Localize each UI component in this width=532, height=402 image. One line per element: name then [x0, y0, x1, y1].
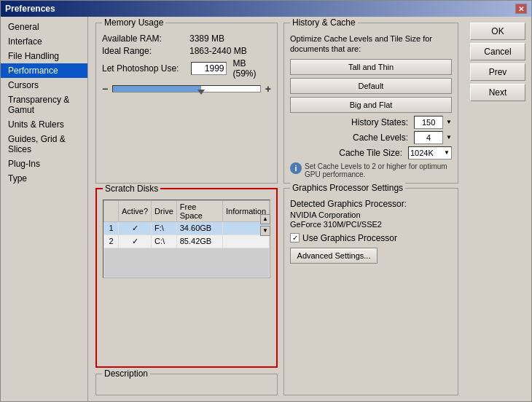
bottom-row: Scratch Disks Active? Drive — [95, 188, 458, 395]
graphics-model: GeForce 310M/PCI/SSE2 — [290, 220, 452, 229]
history-states-label: History States: — [290, 117, 411, 127]
let-ps-input[interactable]: 1999 — [191, 62, 227, 75]
use-gpu-label: Use Graphics Processor — [302, 233, 397, 243]
memory-slider-row: − + — [102, 83, 271, 95]
sidebar-item-file-handling[interactable]: File Handling — [1, 49, 87, 63]
ideal-range-label: Ideal Range: — [102, 46, 189, 56]
advanced-settings-button[interactable]: Advanced Settings... — [290, 248, 378, 264]
memory-section: Memory Usage Available RAM: 3389 MB Idea… — [95, 23, 278, 184]
col-free-space: Free Space — [176, 200, 222, 221]
tall-thin-button[interactable]: Tall and Thin — [290, 59, 452, 75]
row-num-1: 1 — [104, 221, 119, 234]
sidebar-item-plugins[interactable]: Plug-Ins — [1, 157, 87, 171]
history-preset-buttons: Tall and Thin — [290, 59, 452, 75]
row-freespace-1: 34.60GB — [176, 221, 222, 234]
history-section: History & Cache Optimize Cache Levels an… — [283, 23, 458, 184]
let-ps-label: Let Photoshop Use: — [102, 63, 188, 74]
preferences-window: Preferences ✕ General Interface File Han… — [0, 0, 532, 402]
use-gpu-row: ✓ Use Graphics Processor — [290, 233, 452, 243]
slider-fill — [113, 86, 201, 92]
graphics-vendor: NVIDIA Corporation — [290, 210, 452, 219]
top-row: Memory Usage Available RAM: 3389 MB Idea… — [95, 23, 458, 184]
row-freespace-2: 85.42GB — [176, 234, 222, 248]
sidebar-item-interface[interactable]: Interface — [1, 34, 87, 49]
sidebar-item-performance[interactable]: Performance — [1, 63, 87, 78]
cache-tile-row: Cache Tile Size: 1024K ▼ — [290, 146, 452, 159]
checkmark-1: ✓ — [132, 224, 138, 232]
scroll-down-button[interactable]: ▼ — [260, 226, 270, 236]
main-content: Memory Usage Available RAM: 3389 MB Idea… — [88, 17, 466, 401]
history-default-buttons: Default — [290, 78, 452, 94]
memory-slider[interactable] — [112, 85, 261, 92]
available-ram-label: Available RAM: — [102, 34, 189, 44]
scroll-buttons: ▲ ▼ — [260, 214, 270, 236]
info-row: i Set Cache Levels to 2 or higher for op… — [290, 162, 452, 178]
sidebar-item-general[interactable]: General — [1, 20, 87, 34]
ok-button[interactable]: OK — [470, 23, 525, 40]
cache-tile-dropdown[interactable]: 1024K ▼ — [408, 146, 452, 159]
slider-thumb — [197, 90, 205, 95]
scroll-up-button[interactable]: ▲ — [260, 214, 270, 224]
info-icon: i — [290, 162, 302, 174]
content-area: General Interface File Handling Performa… — [1, 17, 531, 401]
graphics-section-title: Graphics Processor Settings — [290, 183, 405, 193]
cache-tile-value: 1024K — [410, 149, 434, 157]
title-bar-buttons: ✕ — [515, 4, 527, 14]
row-active-2[interactable]: ✓ — [119, 234, 152, 248]
slider-plus[interactable]: + — [265, 83, 271, 95]
buttons-panel: OK Cancel Prev Next — [466, 17, 531, 401]
sidebar: General Interface File Handling Performa… — [1, 17, 88, 401]
sidebar-item-transparency[interactable]: Transparency & Gamut — [1, 92, 87, 117]
row-drive-2: C:\ — [152, 234, 177, 248]
graphics-section: Graphics Processor Settings Detected Gra… — [283, 188, 458, 395]
table-row[interactable]: 1 ✓ F:\ 34.60GB — [104, 221, 270, 234]
table-row[interactable]: 2 ✓ C:\ 85.42GB — [104, 234, 270, 248]
scratch-table: Active? Drive Free Space Information — [103, 200, 270, 277]
ideal-range-value: 1863-2440 MB — [189, 46, 247, 56]
sidebar-item-guides[interactable]: Guides, Grid & Slices — [1, 132, 87, 157]
detected-label: Detected Graphics Processor: — [290, 199, 452, 209]
row-drive-1: F:\ — [152, 221, 177, 234]
col-num — [104, 200, 119, 221]
use-gpu-checkbox[interactable]: ✓ — [290, 233, 300, 243]
checkmark-2: ✓ — [132, 237, 138, 245]
scratch-section: Scratch Disks Active? Drive — [95, 188, 278, 368]
row-num-2: 2 — [104, 234, 119, 248]
close-button[interactable]: ✕ — [515, 4, 527, 14]
description-section-title: Description — [102, 368, 150, 379]
history-states-value[interactable]: 150 — [414, 116, 443, 129]
title-bar: Preferences ✕ — [1, 1, 531, 17]
history-bigflat-buttons: Big and Flat — [290, 97, 452, 113]
window-title: Preferences — [5, 4, 55, 14]
slider-minus[interactable]: − — [102, 83, 108, 95]
big-flat-button[interactable]: Big and Flat — [290, 97, 452, 113]
sidebar-item-cursors[interactable]: Cursors — [1, 78, 87, 92]
row-active-1[interactable]: ✓ — [119, 221, 152, 234]
sidebar-item-type[interactable]: Type — [1, 171, 87, 186]
history-fields: History States: 150 ▼ Cache Levels: 4 ▼ … — [290, 116, 452, 159]
memory-section-title: Memory Usage — [102, 17, 165, 28]
cache-tile-label: Cache Tile Size: — [290, 148, 405, 158]
scratch-table-container: Active? Drive Free Space Information — [103, 200, 270, 278]
col-active: Active? — [119, 200, 152, 221]
cache-tile-arrow: ▼ — [444, 149, 450, 156]
cache-levels-arrow[interactable]: ▼ — [446, 134, 452, 141]
next-button[interactable]: Next — [470, 84, 525, 101]
cache-levels-value[interactable]: 4 — [414, 131, 443, 144]
history-description: Optimize Cache Levels and Tile Size for … — [290, 34, 452, 55]
sidebar-item-units[interactable]: Units & Rulers — [1, 117, 87, 132]
prev-button[interactable]: Prev — [470, 63, 525, 81]
history-states-row: History States: 150 ▼ — [290, 116, 452, 129]
cancel-button[interactable]: Cancel — [470, 43, 525, 60]
available-ram-value: 3389 MB — [189, 34, 224, 44]
cache-levels-row: Cache Levels: 4 ▼ — [290, 131, 452, 144]
default-button[interactable]: Default — [290, 78, 452, 94]
scratch-section-title: Scratch Disks — [103, 184, 160, 194]
col-drive: Drive — [152, 200, 177, 221]
history-states-arrow[interactable]: ▼ — [446, 119, 452, 125]
cache-levels-label: Cache Levels: — [290, 133, 411, 143]
row-info-2 — [222, 234, 269, 248]
history-section-title: History & Cache — [290, 17, 358, 28]
let-ps-unit: MB (59%) — [232, 58, 271, 79]
info-text: Set Cache Levels to 2 or higher for opti… — [305, 162, 452, 178]
